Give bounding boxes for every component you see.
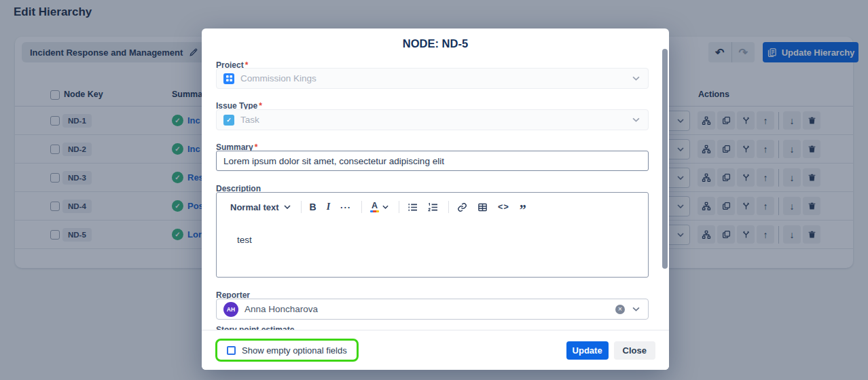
numbered-list-button[interactable] [428, 203, 438, 212]
reporter-avatar: AH [223, 302, 238, 317]
bullet-list-button[interactable] [408, 203, 418, 212]
text-color-icon: A [370, 202, 379, 212]
issue-type-value: Task [240, 115, 259, 125]
editor-toolbar: Normal text B I ··· A <> ” [217, 193, 648, 213]
toolbar-divider [399, 201, 399, 213]
quote-button[interactable]: ” [520, 202, 526, 213]
text-color-button[interactable]: A [370, 202, 388, 212]
chevron-down-icon [632, 117, 640, 122]
link-button[interactable] [457, 202, 467, 212]
task-type-icon: ✓ [223, 115, 234, 126]
project-value: Commission Kings [240, 73, 317, 83]
toolbar-divider [301, 201, 302, 213]
modal-title: NODE: ND-5 [202, 37, 669, 50]
toolbar-divider [361, 201, 362, 213]
clear-reporter-icon[interactable]: × [615, 305, 625, 314]
table-icon [477, 202, 488, 212]
bullet-list-icon [408, 203, 418, 212]
show-empty-fields-highlight: Show empty optional fields [215, 339, 359, 362]
numbered-list-icon [428, 203, 438, 212]
show-empty-fields-checkbox[interactable] [227, 346, 236, 355]
node-edit-modal: NODE: ND-5 Project* Commission Kings Iss… [202, 28, 669, 370]
chevron-down-icon [632, 307, 640, 311]
italic-button[interactable]: I [327, 202, 330, 212]
text-style-dropdown[interactable]: Normal text [230, 202, 291, 212]
more-formatting-button[interactable]: ··· [340, 202, 351, 212]
project-select[interactable]: Commission Kings [216, 68, 649, 89]
bold-button[interactable]: B [310, 202, 317, 212]
toolbar-divider [448, 201, 449, 213]
reporter-name: Anna Honcharova [245, 304, 318, 314]
modal-footer: Show empty optional fields Update Close [202, 330, 669, 370]
issue-type-select[interactable]: ✓ Task [216, 109, 649, 130]
chevron-down-icon [632, 76, 640, 81]
link-icon [457, 202, 467, 212]
reporter-select[interactable]: AH Anna Honcharova × [216, 299, 649, 320]
update-button[interactable]: Update [566, 341, 609, 360]
description-editor[interactable]: Normal text B I ··· A <> ” test [216, 192, 649, 278]
code-button[interactable]: <> [498, 202, 509, 212]
show-empty-fields-label: Show empty optional fields [242, 345, 347, 356]
project-avatar-icon [223, 73, 234, 84]
close-button[interactable]: Close [614, 341, 655, 360]
description-content[interactable]: test [237, 235, 252, 245]
table-button[interactable] [477, 202, 488, 212]
modal-scrollbar-thumb[interactable] [662, 49, 668, 269]
summary-input[interactable] [216, 151, 649, 171]
